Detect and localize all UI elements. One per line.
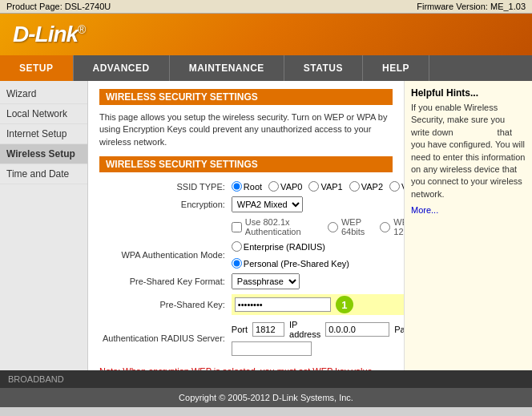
password-label: Password	[394, 325, 404, 334]
top-bar: Product Page: DSL-2740U Firmware Version…	[0, 0, 532, 14]
hints-blank	[456, 127, 498, 137]
content-area: WIRELESS SECURITY SETTINGS This page all…	[88, 81, 404, 370]
radius-cell: Port IP address Password	[228, 317, 404, 358]
personal-option[interactable]: Personal (Pre-Shared Key)	[232, 258, 349, 269]
tab-help[interactable]: HELP	[363, 55, 429, 81]
psk-format-cell: Passphrase Hex	[228, 271, 404, 292]
psk-input[interactable]	[235, 297, 331, 312]
sidebar-item-internet-setup[interactable]: Internet Setup	[0, 124, 87, 144]
personal-label: Personal (Pre-Shared Key)	[244, 259, 349, 269]
wpa-auth-row: WPA Authentication Mode: Enterprise (RAD…	[99, 239, 404, 271]
wep-64-radio[interactable]	[328, 222, 338, 232]
product-label: Product Page: DSL-2740U	[6, 2, 111, 11]
wep-64-label: WEP 64bits	[341, 217, 377, 236]
dlink-logo: D-Link®	[13, 22, 85, 47]
header: D-Link®	[0, 14, 532, 55]
encryption-label: Encryption:	[99, 194, 228, 215]
footer: Copyright © 2005-2012 D-Link Systems, In…	[0, 388, 532, 407]
radius-password-input[interactable]	[232, 341, 312, 356]
hints-text: If you enable Wireless Security, make su…	[411, 102, 526, 200]
page-description: This page allows you setup the wireless …	[99, 111, 393, 148]
encryption-select-cell: WPA2 Mixed WEP WPA None	[228, 194, 404, 215]
sidebar-item-wireless-setup[interactable]: Wireless Setup	[0, 144, 87, 164]
psk-row: Pre-Shared Key: 1	[99, 292, 404, 317]
sidebar-item-wizard[interactable]: Wizard	[0, 84, 87, 104]
tab-setup[interactable]: SETUP	[0, 55, 74, 81]
8021x-cell: Use 802.1x Authentication WEP 64bits WEP…	[228, 215, 404, 239]
enterprise-radio[interactable]	[232, 241, 242, 252]
ssid-root-radio[interactable]	[232, 181, 242, 192]
ssid-vap2-radio[interactable]	[349, 181, 360, 192]
ssid-vap1-radio[interactable]	[308, 181, 319, 192]
tab-maintenance[interactable]: MAINTENANCE	[170, 55, 284, 81]
enterprise-label: Enterprise (RADIUS)	[244, 242, 325, 252]
8021x-row: Use 802.1x Authentication WEP 64bits WEP…	[99, 215, 404, 239]
psk-label: Pre-Shared Key:	[99, 292, 228, 317]
psk-cell: 1	[228, 292, 404, 317]
ssid-vap0-option[interactable]: VAP0	[268, 181, 302, 192]
copyright-text: Copyright © 2005-2012 D-Link Systems, In…	[179, 393, 353, 402]
tab-status[interactable]: STATUS	[284, 55, 363, 81]
wep-128-radio[interactable]	[380, 222, 390, 232]
ssid-root-option[interactable]: Root	[232, 181, 262, 192]
hints-more-link[interactable]: More...	[411, 205, 526, 215]
helpful-hints: Helpful Hints... If you enable Wireless …	[404, 81, 532, 370]
logo-trademark: ®	[78, 23, 85, 36]
ssid-label: SSID TYPE:	[99, 179, 228, 194]
personal-radio[interactable]	[232, 258, 242, 269]
ssid-vap2-option[interactable]: VAP2	[349, 181, 383, 192]
radius-row: Authentication RADIUS Server: Port IP ad…	[99, 317, 404, 358]
port-label: Port	[232, 325, 248, 334]
8021x-label-cell	[99, 215, 228, 239]
port-input[interactable]	[252, 322, 284, 337]
note-text: Note: When encryption WEP is selected, y…	[99, 366, 393, 370]
ssid-vap0-radio[interactable]	[268, 181, 279, 192]
wpa-auth-label: WPA Authentication Mode:	[99, 239, 228, 271]
firmware-label: Firmware Version: ME_1.03	[417, 2, 526, 11]
psk-format-select[interactable]: Passphrase Hex	[232, 273, 300, 289]
ssid-vap3-radio[interactable]	[389, 181, 400, 192]
settings-form: SSID TYPE: Root VAP0 VAP1 VAP2 VAP3 Encr…	[99, 179, 404, 358]
ssid-vap1-option[interactable]: VAP1	[308, 181, 342, 192]
sidebar-item-time-and-date[interactable]: Time and Date	[0, 164, 87, 184]
broadband-label: BROADBAND	[8, 374, 64, 384]
radius-label: Authentication RADIUS Server:	[99, 317, 228, 358]
ssid-vap3-option[interactable]: VAP3	[389, 181, 404, 192]
tab-advanced[interactable]: ADVANCED	[74, 55, 170, 81]
encryption-row: Encryption: WPA2 Mixed WEP WPA None	[99, 194, 404, 215]
section-title: WIRELESS SECURITY SETTINGS	[99, 156, 393, 172]
ip-label: IP address	[289, 320, 320, 339]
enterprise-option[interactable]: Enterprise (RADIUS)	[232, 241, 325, 252]
sidebar-item-local-network[interactable]: Local Network	[0, 104, 87, 124]
sidebar: Wizard Local Network Internet Setup Wire…	[0, 81, 88, 370]
psk-format-row: Pre-Shared Key Format: Passphrase Hex	[99, 271, 404, 292]
page-title: WIRELESS SECURITY SETTINGS	[99, 89, 393, 105]
broadband-bar: BROADBAND	[0, 370, 532, 388]
psk-badge: 1	[336, 296, 353, 313]
8021x-checkbox[interactable]	[232, 222, 242, 232]
main-area: Wizard Local Network Internet Setup Wire…	[0, 81, 532, 370]
ssid-row: SSID TYPE: Root VAP0 VAP1 VAP2 VAP3	[99, 179, 404, 194]
8021x-label: Use 802.1x Authentication	[245, 217, 324, 236]
psk-highlight: 1	[232, 294, 404, 315]
radius-fields: Port IP address Password	[232, 320, 404, 339]
nav-tabs: SETUP ADVANCED MAINTENANCE STATUS HELP	[0, 55, 532, 81]
encryption-select[interactable]: WPA2 Mixed WEP WPA None	[232, 196, 303, 212]
wpa-auth-cell: Enterprise (RADIUS) Personal (Pre-Shared…	[228, 239, 404, 271]
ssid-options: Root VAP0 VAP1 VAP2 VAP3	[228, 179, 404, 194]
psk-format-label: Pre-Shared Key Format:	[99, 271, 228, 292]
hints-title: Helpful Hints...	[411, 87, 526, 99]
ip-input[interactable]	[325, 322, 389, 337]
wep-128-label: WEP 128bits	[393, 217, 404, 236]
